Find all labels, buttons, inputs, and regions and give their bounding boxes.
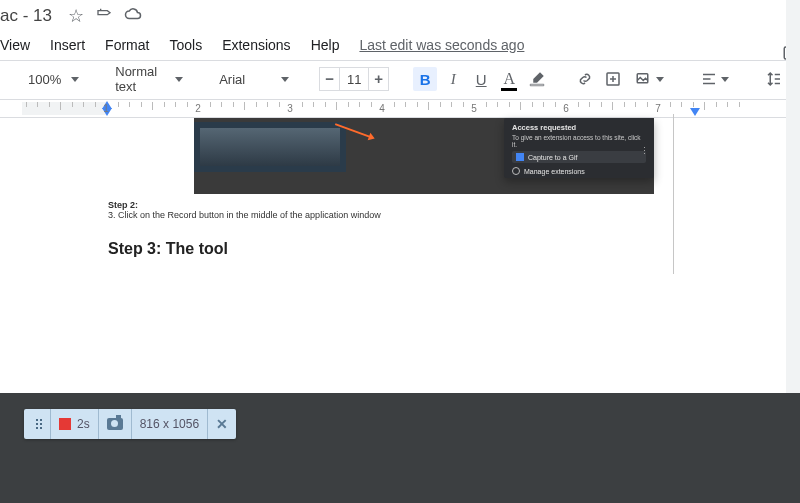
ruler-number: 2 xyxy=(195,103,201,114)
align-button[interactable] xyxy=(694,67,735,91)
extension-popup: Access requested To give an extension ac… xyxy=(504,118,654,178)
toolbar: 100% Normal text Arial − 11 + B I U A xyxy=(0,61,800,97)
text-color-button[interactable]: A xyxy=(497,67,521,91)
drag-handle[interactable] xyxy=(24,409,51,439)
record-button[interactable]: 2s xyxy=(51,409,99,439)
kebab-icon: ⋮ xyxy=(640,146,648,156)
zoom-value: 100% xyxy=(28,72,61,87)
underline-button[interactable]: U xyxy=(469,67,493,91)
popup-item: Capture to a Gif xyxy=(528,154,577,161)
chevron-down-icon xyxy=(175,77,183,82)
step3-heading: Step 3: The tool xyxy=(108,240,688,258)
horizontal-ruler[interactable]: 1234567 xyxy=(0,100,800,118)
screen-capture-toolbar[interactable]: 2s 816 x 1056 ✕ xyxy=(24,409,236,439)
ruler-number: 4 xyxy=(379,103,385,114)
record-time: 2s xyxy=(77,417,90,431)
font-size-value[interactable]: 11 xyxy=(340,72,368,87)
step2-text: 3. Click on the Record button in the mid… xyxy=(108,210,688,220)
chevron-down-icon xyxy=(71,77,79,82)
annotation-arrow-icon xyxy=(335,123,373,139)
paragraph-style-select[interactable]: Normal text xyxy=(109,66,189,92)
indent-marker-right[interactable] xyxy=(690,108,700,116)
italic-button[interactable]: I xyxy=(441,67,465,91)
ruler-number: 1 xyxy=(103,103,109,114)
font-family-select[interactable]: Arial xyxy=(213,66,295,92)
insert-link-button[interactable] xyxy=(573,67,597,91)
last-edit-link[interactable]: Last edit was seconds ago xyxy=(359,37,524,53)
chevron-down-icon xyxy=(281,77,289,82)
extension-icon xyxy=(516,153,524,161)
document-canvas[interactable]: Access requested To give an extension ac… xyxy=(0,118,800,398)
menu-view[interactable]: View xyxy=(0,37,30,53)
embedded-screenshot: Access requested To give an extension ac… xyxy=(194,118,654,194)
chevron-down-icon xyxy=(656,77,664,82)
close-icon: ✕ xyxy=(216,416,228,432)
font-size-increase[interactable]: + xyxy=(368,68,388,90)
ruler-number: 7 xyxy=(655,103,661,114)
menu-insert[interactable]: Insert xyxy=(50,37,85,53)
insert-comment-button[interactable] xyxy=(601,67,625,91)
insert-image-button[interactable] xyxy=(629,67,670,91)
popup-subtitle: To give an extension access to this site… xyxy=(512,134,646,148)
close-button[interactable]: ✕ xyxy=(208,409,236,439)
font-size-stepper[interactable]: − 11 + xyxy=(319,67,389,91)
menu-help[interactable]: Help xyxy=(311,37,340,53)
popup-manage: Manage extensions xyxy=(524,168,585,175)
gear-icon xyxy=(512,167,520,175)
doc-title-fragment: ac - 13 xyxy=(0,6,52,26)
cloud-icon[interactable] xyxy=(124,5,142,28)
ruler-number: 3 xyxy=(287,103,293,114)
paragraph-style-value: Normal text xyxy=(115,64,157,94)
zoom-select[interactable]: 100% xyxy=(22,66,85,92)
screenshot-button[interactable] xyxy=(99,409,132,439)
move-icon[interactable] xyxy=(96,6,112,27)
ruler-number: 5 xyxy=(471,103,477,114)
font-size-decrease[interactable]: − xyxy=(320,68,340,90)
step2-label: Step 2: xyxy=(108,200,688,210)
star-icon[interactable]: ☆ xyxy=(68,5,84,27)
ruler-number: 6 xyxy=(563,103,569,114)
menu-extensions[interactable]: Extensions xyxy=(222,37,290,53)
menu-format[interactable]: Format xyxy=(105,37,149,53)
dimensions-readout: 816 x 1056 xyxy=(132,409,208,439)
font-family-value: Arial xyxy=(219,72,245,87)
popup-title: Access requested xyxy=(512,123,646,132)
right-side-panel xyxy=(786,0,800,393)
menu-tools[interactable]: Tools xyxy=(169,37,202,53)
menu-bar: View Insert Format Tools Extensions Help… xyxy=(0,32,800,58)
bold-button[interactable]: B xyxy=(413,67,437,91)
highlight-button[interactable] xyxy=(525,67,549,91)
camera-icon xyxy=(107,418,123,430)
record-icon xyxy=(59,418,71,430)
chevron-down-icon xyxy=(721,77,729,82)
